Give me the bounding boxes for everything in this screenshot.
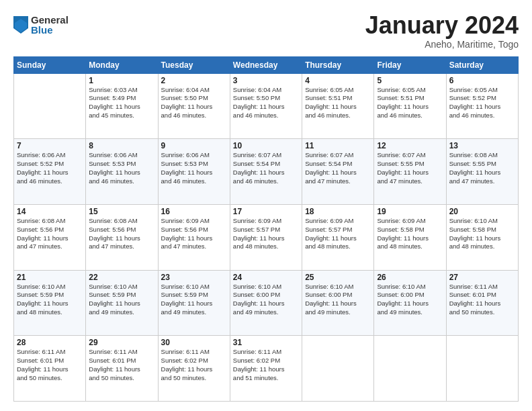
- day-number: 15: [89, 207, 154, 216]
- day-info: Sunrise: 6:04 AM Sunset: 5:50 PM Dayligh…: [161, 86, 227, 120]
- day-cell: [446, 336, 518, 402]
- day-cell: 7Sunrise: 6:06 AM Sunset: 5:52 PM Daylig…: [14, 139, 86, 205]
- day-info: Sunrise: 6:11 AM Sunset: 6:02 PM Dayligh…: [161, 348, 227, 382]
- day-cell: 18Sunrise: 6:09 AM Sunset: 5:57 PM Dayli…: [302, 204, 374, 270]
- day-number: 6: [449, 76, 515, 85]
- day-cell: 30Sunrise: 6:11 AM Sunset: 6:02 PM Dayli…: [158, 336, 230, 402]
- day-cell: 21Sunrise: 6:10 AM Sunset: 5:59 PM Dayli…: [14, 270, 86, 336]
- header-cell-monday: Monday: [86, 56, 158, 73]
- day-cell: 14Sunrise: 6:08 AM Sunset: 5:56 PM Dayli…: [14, 204, 86, 270]
- day-info: Sunrise: 6:07 AM Sunset: 5:54 PM Dayligh…: [233, 151, 299, 185]
- week-row-2: 7Sunrise: 6:06 AM Sunset: 5:52 PM Daylig…: [14, 139, 519, 205]
- day-info: Sunrise: 6:10 AM Sunset: 6:00 PM Dayligh…: [305, 283, 371, 317]
- week-row-3: 14Sunrise: 6:08 AM Sunset: 5:56 PM Dayli…: [14, 204, 519, 270]
- day-cell: 29Sunrise: 6:11 AM Sunset: 6:01 PM Dayli…: [86, 336, 158, 402]
- day-number: 9: [161, 141, 227, 150]
- day-info: Sunrise: 6:03 AM Sunset: 5:49 PM Dayligh…: [89, 86, 154, 120]
- day-number: 24: [233, 273, 299, 282]
- day-info: Sunrise: 6:11 AM Sunset: 6:01 PM Dayligh…: [449, 283, 515, 317]
- day-cell: [374, 336, 446, 402]
- day-cell: [302, 336, 374, 402]
- day-cell: 24Sunrise: 6:10 AM Sunset: 6:00 PM Dayli…: [230, 270, 302, 336]
- day-cell: 16Sunrise: 6:09 AM Sunset: 5:56 PM Dayli…: [158, 204, 230, 270]
- header-cell-sunday: Sunday: [14, 56, 86, 73]
- calendar-subtitle: Aneho, Maritime, Togo: [365, 39, 519, 50]
- day-cell: 26Sunrise: 6:10 AM Sunset: 6:00 PM Dayli…: [374, 270, 446, 336]
- week-row-5: 28Sunrise: 6:11 AM Sunset: 6:01 PM Dayli…: [14, 336, 519, 402]
- day-cell: 15Sunrise: 6:08 AM Sunset: 5:56 PM Dayli…: [86, 204, 158, 270]
- day-info: Sunrise: 6:08 AM Sunset: 5:56 PM Dayligh…: [17, 217, 83, 251]
- day-number: 16: [161, 207, 227, 216]
- logo-blue: Blue: [31, 25, 69, 35]
- day-info: Sunrise: 6:09 AM Sunset: 5:57 PM Dayligh…: [305, 217, 371, 251]
- week-row-1: 1Sunrise: 6:03 AM Sunset: 5:49 PM Daylig…: [14, 73, 519, 139]
- header: General Blue January 2024 Aneho, Maritim…: [13, 12, 519, 50]
- day-info: Sunrise: 6:05 AM Sunset: 5:51 PM Dayligh…: [305, 86, 371, 120]
- day-number: 17: [233, 207, 299, 216]
- day-info: Sunrise: 6:11 AM Sunset: 6:02 PM Dayligh…: [233, 348, 299, 382]
- day-info: Sunrise: 6:09 AM Sunset: 5:56 PM Dayligh…: [161, 217, 227, 251]
- day-info: Sunrise: 6:07 AM Sunset: 5:55 PM Dayligh…: [377, 151, 443, 185]
- day-number: 27: [449, 273, 515, 282]
- day-number: 18: [305, 207, 371, 216]
- calendar-title: January 2024: [365, 12, 519, 39]
- day-info: Sunrise: 6:05 AM Sunset: 5:52 PM Dayligh…: [449, 86, 515, 120]
- day-info: Sunrise: 6:10 AM Sunset: 6:00 PM Dayligh…: [233, 283, 299, 317]
- header-cell-wednesday: Wednesday: [230, 56, 302, 73]
- logo-general: General: [31, 15, 69, 25]
- day-number: 7: [17, 141, 83, 150]
- day-number: 25: [305, 273, 371, 282]
- logo-text: General Blue: [31, 15, 69, 35]
- day-number: 19: [377, 207, 443, 216]
- day-info: Sunrise: 6:10 AM Sunset: 5:59 PM Dayligh…: [161, 283, 227, 317]
- day-number: 14: [17, 207, 83, 216]
- day-info: Sunrise: 6:06 AM Sunset: 5:53 PM Dayligh…: [161, 151, 227, 185]
- header-row: SundayMondayTuesdayWednesdayThursdayFrid…: [14, 56, 519, 73]
- day-info: Sunrise: 6:07 AM Sunset: 5:54 PM Dayligh…: [305, 151, 371, 185]
- day-cell: 13Sunrise: 6:08 AM Sunset: 5:55 PM Dayli…: [446, 139, 518, 205]
- day-info: Sunrise: 6:04 AM Sunset: 5:50 PM Dayligh…: [233, 86, 299, 120]
- day-number: 2: [161, 76, 227, 85]
- day-info: Sunrise: 6:10 AM Sunset: 5:58 PM Dayligh…: [449, 217, 515, 251]
- day-cell: 10Sunrise: 6:07 AM Sunset: 5:54 PM Dayli…: [230, 139, 302, 205]
- header-cell-thursday: Thursday: [302, 56, 374, 73]
- day-info: Sunrise: 6:10 AM Sunset: 6:00 PM Dayligh…: [377, 283, 443, 317]
- day-number: 31: [233, 338, 299, 347]
- day-info: Sunrise: 6:11 AM Sunset: 6:01 PM Dayligh…: [17, 348, 83, 382]
- day-number: 23: [161, 273, 227, 282]
- day-cell: 20Sunrise: 6:10 AM Sunset: 5:58 PM Dayli…: [446, 204, 518, 270]
- day-cell: 25Sunrise: 6:10 AM Sunset: 6:00 PM Dayli…: [302, 270, 374, 336]
- day-number: 26: [377, 273, 443, 282]
- day-info: Sunrise: 6:05 AM Sunset: 5:51 PM Dayligh…: [377, 86, 443, 120]
- day-cell: 1Sunrise: 6:03 AM Sunset: 5:49 PM Daylig…: [86, 73, 158, 139]
- day-cell: 3Sunrise: 6:04 AM Sunset: 5:50 PM Daylig…: [230, 73, 302, 139]
- day-info: Sunrise: 6:06 AM Sunset: 5:52 PM Dayligh…: [17, 151, 83, 185]
- day-number: 1: [89, 76, 154, 85]
- day-info: Sunrise: 6:06 AM Sunset: 5:53 PM Dayligh…: [89, 151, 154, 185]
- day-cell: 4Sunrise: 6:05 AM Sunset: 5:51 PM Daylig…: [302, 73, 374, 139]
- day-number: 10: [233, 141, 299, 150]
- day-number: 30: [161, 338, 227, 347]
- day-number: 29: [89, 338, 154, 347]
- day-number: 22: [89, 273, 154, 282]
- day-cell: 9Sunrise: 6:06 AM Sunset: 5:53 PM Daylig…: [158, 139, 230, 205]
- day-cell: 11Sunrise: 6:07 AM Sunset: 5:54 PM Dayli…: [302, 139, 374, 205]
- day-number: 8: [89, 141, 154, 150]
- day-cell: 22Sunrise: 6:10 AM Sunset: 5:59 PM Dayli…: [86, 270, 158, 336]
- day-info: Sunrise: 6:10 AM Sunset: 5:59 PM Dayligh…: [89, 283, 154, 317]
- week-row-4: 21Sunrise: 6:10 AM Sunset: 5:59 PM Dayli…: [14, 270, 519, 336]
- day-cell: 5Sunrise: 6:05 AM Sunset: 5:51 PM Daylig…: [374, 73, 446, 139]
- day-cell: 27Sunrise: 6:11 AM Sunset: 6:01 PM Dayli…: [446, 270, 518, 336]
- logo-icon: [13, 16, 28, 34]
- day-cell: 6Sunrise: 6:05 AM Sunset: 5:52 PM Daylig…: [446, 73, 518, 139]
- day-cell: 17Sunrise: 6:09 AM Sunset: 5:57 PM Dayli…: [230, 204, 302, 270]
- day-number: 11: [305, 141, 371, 150]
- day-cell: [14, 73, 86, 139]
- day-info: Sunrise: 6:08 AM Sunset: 5:56 PM Dayligh…: [89, 217, 154, 251]
- day-number: 21: [17, 273, 83, 282]
- day-number: 13: [449, 141, 515, 150]
- day-cell: 23Sunrise: 6:10 AM Sunset: 5:59 PM Dayli…: [158, 270, 230, 336]
- day-info: Sunrise: 6:10 AM Sunset: 5:59 PM Dayligh…: [17, 283, 83, 317]
- day-cell: 2Sunrise: 6:04 AM Sunset: 5:50 PM Daylig…: [158, 73, 230, 139]
- day-cell: 8Sunrise: 6:06 AM Sunset: 5:53 PM Daylig…: [86, 139, 158, 205]
